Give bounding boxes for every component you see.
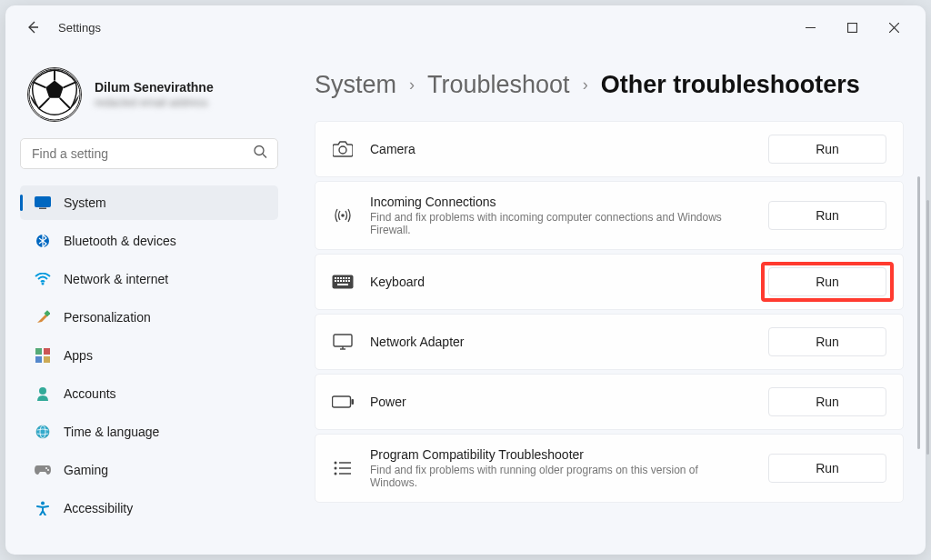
svg-point-20 [45,467,47,469]
search-icon [254,145,267,163]
card-title: Keyboard [370,275,752,289]
monitor-icon [332,334,354,350]
svg-point-17 [39,387,46,395]
antenna-icon [332,206,354,225]
titlebar: Settings [5,5,926,49]
back-button[interactable] [16,11,49,44]
profile-subtext: redacted email address [95,96,214,109]
svg-rect-38 [337,284,348,285]
svg-point-44 [335,462,337,465]
troubleshooter-list: Camera Run Incoming Connections Find and… [315,121,904,503]
card-description: Find and fix problems with incoming comp… [370,211,734,236]
svg-rect-14 [44,348,50,355]
sidebar-item-bluetooth[interactable]: Bluetooth & devices [20,224,278,258]
breadcrumb-system[interactable]: System [315,71,396,99]
sidebar-item-personalization[interactable]: Personalization [20,300,278,335]
avatar [27,67,82,122]
run-button[interactable]: Run [768,135,886,164]
apps-icon [35,347,51,364]
run-button[interactable]: Run [768,201,886,230]
minimize-button[interactable] [789,13,831,42]
troubleshooter-keyboard: Keyboard Run [315,254,904,310]
svg-rect-29 [343,277,345,279]
sidebar-item-label: System [64,195,106,210]
card-title: Incoming Connections [370,195,752,209]
sidebar-item-label: Bluetooth & devices [64,234,176,248]
svg-rect-13 [35,348,42,355]
accessibility-icon [35,500,51,516]
nav-list: System Bluetooth & devices Network & int… [20,185,278,525]
card-title: Camera [370,142,752,156]
minimize-icon [806,23,816,33]
gamepad-icon [35,462,51,478]
troubleshooter-network-adapter: Network Adapter Run [315,314,904,370]
troubleshooter-power: Power Run [315,374,904,430]
profile-block[interactable]: Dilum Senevirathne redacted email addres… [20,58,278,138]
search-input[interactable] [20,138,278,169]
sidebar-item-system[interactable]: System [20,185,278,220]
svg-rect-1 [847,23,856,32]
run-button[interactable]: Run [768,327,886,356]
svg-point-21 [47,469,49,471]
breadcrumb-current: Other troubleshooters [601,71,860,99]
troubleshooter-camera: Camera Run [315,121,904,177]
sidebar-item-accessibility[interactable]: Accessibility [20,491,278,525]
sidebar-item-label: Time & language [64,425,159,439]
chevron-right-icon: › [583,75,588,95]
brush-icon [35,309,51,325]
profile-name: Dilum Senevirathne [95,80,214,95]
svg-rect-16 [44,356,50,363]
maximize-icon [847,23,857,33]
svg-rect-34 [340,280,342,282]
svg-rect-30 [345,277,347,279]
card-title: Program Compatibility Troubleshooter [370,447,752,462]
svg-point-23 [339,146,346,154]
svg-point-22 [41,502,45,505]
close-icon [889,23,899,33]
wifi-icon [35,271,51,287]
battery-icon [332,395,354,408]
camera-icon [332,141,354,157]
card-description: Find and fix problems with running older… [370,464,734,489]
breadcrumb: System › Troubleshoot › Other troublesho… [315,71,904,99]
sidebar-item-time-language[interactable]: Time & language [20,415,278,449]
breadcrumb-troubleshoot[interactable]: Troubleshoot [427,71,570,99]
sidebar: Dilum Senevirathne redacted email addres… [5,49,296,555]
svg-line-7 [263,155,266,158]
card-title: Power [370,395,752,409]
close-button[interactable] [873,13,915,42]
svg-point-18 [36,425,49,438]
svg-point-11 [42,283,45,285]
svg-point-46 [335,467,337,470]
svg-point-24 [341,214,345,217]
run-button[interactable]: Run [768,454,886,483]
sidebar-item-label: Apps [64,348,93,363]
sidebar-item-apps[interactable]: Apps [20,338,278,373]
highlight-box: Run [761,262,894,302]
main-scrollbar[interactable] [917,176,920,449]
svg-point-6 [255,146,264,155]
app-title: Settings [58,21,101,35]
svg-rect-27 [337,277,339,279]
svg-rect-36 [345,280,347,282]
content-area: Dilum Senevirathne redacted email addres… [5,49,926,555]
svg-rect-35 [343,280,345,282]
sidebar-item-gaming[interactable]: Gaming [20,453,278,487]
svg-rect-39 [334,335,352,346]
sidebar-item-accounts[interactable]: Accounts [20,376,278,411]
soccer-ball-icon [28,68,81,121]
keyboard-icon [332,275,354,289]
run-button[interactable]: Run [768,387,886,416]
person-icon [35,385,51,402]
card-title: Network Adapter [370,335,752,349]
maximize-button[interactable] [831,13,873,42]
svg-rect-31 [348,277,350,279]
run-button[interactable]: Run [768,267,886,296]
sidebar-item-label: Accounts [64,386,116,401]
sidebar-item-network[interactable]: Network & internet [20,262,278,296]
svg-rect-9 [39,208,46,210]
troubleshooter-program-compatibility: Program Compatibility Troubleshooter Fin… [315,434,904,503]
globe-icon [35,424,51,440]
system-icon [35,195,51,211]
sidebar-item-label: Personalization [64,310,151,325]
